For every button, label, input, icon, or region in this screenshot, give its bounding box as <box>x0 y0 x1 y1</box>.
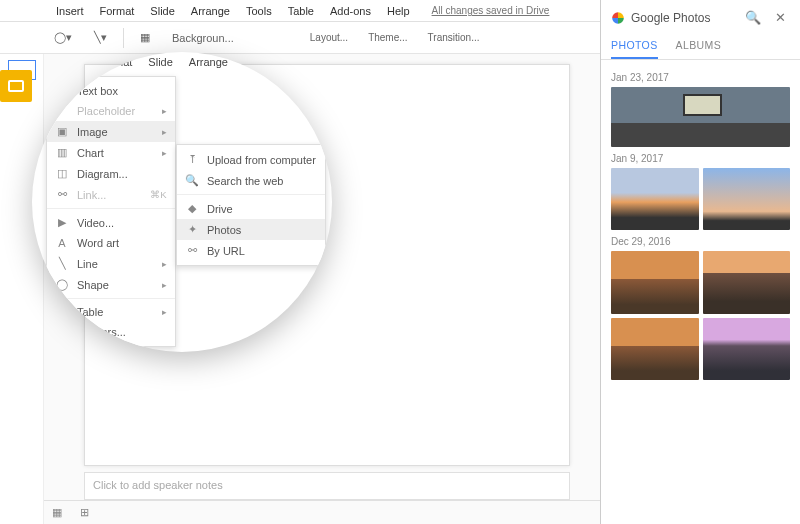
transition-button[interactable]: Transition... <box>428 32 480 43</box>
google-photos-panel: Google Photos 🔍 ✕ PHOTOS ALBUMS Jan 23, … <box>600 0 800 524</box>
image-submenu: ⤒Upload from computer🔍Search the web◆Dri… <box>176 144 326 266</box>
slides-logo <box>0 70 32 102</box>
image-source-search-the-web[interactable]: 🔍Search the web <box>177 170 325 191</box>
insert-video-[interactable]: ▶Video... <box>47 212 175 233</box>
photo-thumbnail[interactable] <box>703 318 791 381</box>
photo-thumbnail[interactable] <box>611 87 790 147</box>
menubar: Insert Format Slide Arrange Tools Table … <box>0 0 600 22</box>
link-icon: ⚯ <box>55 188 69 201</box>
insert-shape[interactable]: ◯Shape▸ <box>47 274 175 295</box>
image-source-photos[interactable]: ✦Photos <box>177 219 325 240</box>
submenu-arrow-icon: ▸ <box>162 106 167 116</box>
drive-icon: ◆ <box>185 202 199 215</box>
menu-item-label: Link... <box>77 189 106 201</box>
upload-icon: ⤒ <box>185 153 199 166</box>
panel-title: Google Photos <box>631 11 735 25</box>
url-icon: ⚯ <box>185 244 199 257</box>
chart-icon: ▥ <box>55 146 69 159</box>
insert-link-: ⚯Link...⌘K <box>47 184 175 205</box>
photo-thumbnail[interactable] <box>703 251 791 314</box>
photo-thumbnail[interactable] <box>611 168 699 231</box>
image-source-upload-from-computer[interactable]: ⤒Upload from computer <box>177 149 325 170</box>
submenu-arrow-icon: ▸ <box>162 127 167 137</box>
magnified-menu-region: Insert Format Slide Arrange Tools Table … <box>32 52 332 352</box>
submenu-arrow-icon: ▸ <box>162 280 167 290</box>
menu-item-label: Placeholder <box>77 105 135 117</box>
slide-thumbnail-strip <box>0 54 44 524</box>
menu-item-label: Image <box>77 126 108 138</box>
menu-insert[interactable]: Insert <box>48 0 92 22</box>
photo-thumbnail[interactable] <box>611 318 699 381</box>
shape-tool[interactable]: ◯▾ <box>48 28 78 47</box>
date-label: Dec 29, 2016 <box>611 236 790 247</box>
svg-rect-0 <box>9 81 23 91</box>
photos-icon: ✦ <box>185 223 199 236</box>
menu-help[interactable]: Help <box>379 0 418 22</box>
save-status[interactable]: All changes saved in Drive <box>432 5 550 16</box>
insert-word-art[interactable]: AWord art <box>47 233 175 253</box>
view-filmstrip-icon[interactable]: ⊞ <box>80 506 89 519</box>
menu-arrange[interactable]: Arrange <box>183 0 238 22</box>
tab-photos[interactable]: PHOTOS <box>611 33 658 59</box>
layout-button[interactable]: Layout... <box>310 32 348 43</box>
image-source-by-url[interactable]: ⚯By URL <box>177 240 325 261</box>
insert-chart[interactable]: ▥Chart▸ <box>47 142 175 163</box>
menu-item-label: Upload from computer <box>207 154 316 166</box>
tab-albums[interactable]: ALBUMS <box>676 33 722 59</box>
menu-table[interactable]: Table <box>280 0 322 22</box>
menu-format[interactable]: Format <box>92 0 143 22</box>
submenu-arrow-icon: ▸ <box>162 148 167 158</box>
add-box-tool[interactable]: ▦ <box>134 28 156 47</box>
theme-button[interactable]: Theme... <box>368 32 407 43</box>
menu-item-label: Search the web <box>207 175 283 187</box>
wordart-icon: A <box>55 237 69 249</box>
line-icon: ╲ <box>55 257 69 270</box>
diagram-icon: ◫ <box>55 167 69 180</box>
shortcut: ⌘K <box>150 189 167 200</box>
menu-item-label: Chart <box>77 147 104 159</box>
line-tool[interactable]: ╲▾ <box>88 28 113 47</box>
background-button[interactable]: Backgroun... <box>166 29 240 47</box>
menu-item-label: Word art <box>77 237 119 249</box>
date-label: Jan 9, 2017 <box>611 153 790 164</box>
submenu-arrow-icon: ▸ <box>162 259 167 269</box>
insert-diagram-[interactable]: ◫Diagram... <box>47 163 175 184</box>
insert-image[interactable]: ▣Image▸ <box>47 121 175 142</box>
menu-slide[interactable]: Slide <box>142 0 182 22</box>
image-icon: ▣ <box>55 125 69 138</box>
menu-item-label: Photos <box>207 224 241 236</box>
insert-line[interactable]: ╲Line▸ <box>47 253 175 274</box>
view-grid-icon[interactable]: ▦ <box>52 506 62 519</box>
menu-item-label: Video... <box>77 217 114 229</box>
menu-item-label: Line <box>77 258 98 270</box>
search-icon: 🔍 <box>185 174 199 187</box>
close-icon[interactable]: ✕ <box>771 10 790 25</box>
search-icon[interactable]: 🔍 <box>741 10 765 25</box>
date-label: Jan 23, 2017 <box>611 72 790 83</box>
photo-thumbnail[interactable] <box>611 251 699 314</box>
menu-item-label: Diagram... <box>77 168 128 180</box>
menu-item-label: Drive <box>207 203 233 215</box>
submenu-arrow-icon: ▸ <box>162 307 167 317</box>
photo-thumbnail[interactable] <box>703 168 791 231</box>
toolbar: ◯▾ ╲▾ ▦ Backgroun... Layout... Theme... … <box>0 22 600 54</box>
video-icon: ▶ <box>55 216 69 229</box>
menu-item-label: Shape <box>77 279 109 291</box>
menu-tools[interactable]: Tools <box>238 0 280 22</box>
menu-item-label: By URL <box>207 245 245 257</box>
menu-slide-mag[interactable]: Slide <box>140 56 180 68</box>
google-photos-icon <box>611 11 625 25</box>
speaker-notes[interactable]: Click to add speaker notes <box>84 472 570 500</box>
menu-addons[interactable]: Add-ons <box>322 0 379 22</box>
image-source-drive[interactable]: ◆Drive <box>177 198 325 219</box>
